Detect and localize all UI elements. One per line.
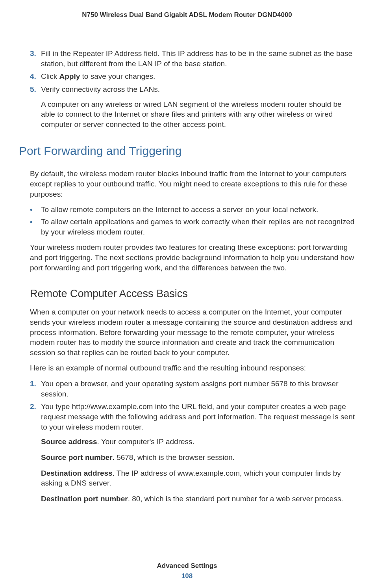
example-steps-list: 1.You open a browser, and your operating…: [19, 379, 355, 432]
definition-item: Source address. Your computer's IP addre…: [41, 437, 355, 447]
step-item: 3.Fill in the Repeater IP Address field.…: [30, 48, 355, 69]
definition-item: Destination port number. 80, which is th…: [41, 494, 355, 504]
step-5-subtext: A computer on any wireless or wired LAN …: [41, 99, 355, 130]
page-footer: Advanced Settings 108: [0, 557, 374, 580]
step-number: 1.: [30, 379, 41, 399]
step-item: 4.Click Apply to save your changes.: [30, 71, 355, 82]
definition-label: Destination port number: [41, 495, 128, 503]
step-text: Verify connectivity across the LANs.: [41, 84, 355, 95]
purpose-bullet-list: •To allow remote computers on the Intern…: [30, 205, 355, 237]
remote-access-paragraph-1: When a computer on your network needs to…: [30, 307, 355, 357]
definition-label: Source port number: [41, 453, 113, 461]
top-steps-list: 3.Fill in the Repeater IP Address field.…: [19, 48, 355, 95]
doc-header-title: N750 Wireless Dual Band Gigabit ADSL Mod…: [19, 11, 355, 19]
section-heading-remote-access: Remote Computer Access Basics: [30, 288, 355, 300]
bullet-text: To allow remote computers on the Interne…: [41, 205, 355, 215]
bullet-item: •To allow remote computers on the Intern…: [30, 205, 355, 215]
bullet-marker: •: [30, 217, 41, 237]
bullet-marker: •: [30, 205, 41, 215]
step-number: 4.: [30, 71, 41, 82]
remote-access-paragraph-2: Here is an example of normal outbound tr…: [30, 363, 355, 373]
definition-text: . 5678, which is the browser session.: [113, 453, 235, 461]
step-item: 5.Verify connectivity across the LANs.: [30, 84, 355, 95]
step-number: 5.: [30, 84, 41, 95]
footer-page-number: 108: [0, 572, 374, 580]
step-number: 3.: [30, 48, 41, 69]
example-step-item: 1.You open a browser, and your operating…: [30, 379, 355, 399]
intro-paragraph-2: Your wireless modem router provides two …: [30, 242, 355, 273]
bullet-text: To allow certain applications and games …: [41, 217, 355, 237]
bullet-item: •To allow certain applications and games…: [30, 217, 355, 237]
step-text: You type http://www.example.com into the…: [41, 402, 355, 432]
definition-label: Source address: [41, 437, 97, 446]
definition-text: . Your computer's IP address.: [97, 437, 194, 446]
step-number: 2.: [30, 402, 41, 432]
definition-item: Source port number. 5678, which is the b…: [41, 452, 355, 463]
definition-text: . 80, which is the standard port number …: [128, 495, 343, 503]
definition-item: Destination address. The IP address of w…: [41, 468, 355, 488]
step-text: Click Apply to save your changes.: [41, 71, 355, 82]
step-text: Fill in the Repeater IP Address field. T…: [41, 48, 355, 69]
footer-section-name: Advanced Settings: [0, 562, 374, 570]
step-text: You open a browser, and your operating s…: [41, 379, 355, 399]
definition-label: Destination address: [41, 469, 113, 477]
intro-paragraph-1: By default, the wireless modem router bl…: [30, 169, 355, 199]
footer-divider: [19, 557, 355, 557]
example-step-item: 2.You type http://www.example.com into t…: [30, 402, 355, 432]
section-heading-port-forwarding: Port Forwarding and Triggering: [19, 144, 355, 158]
